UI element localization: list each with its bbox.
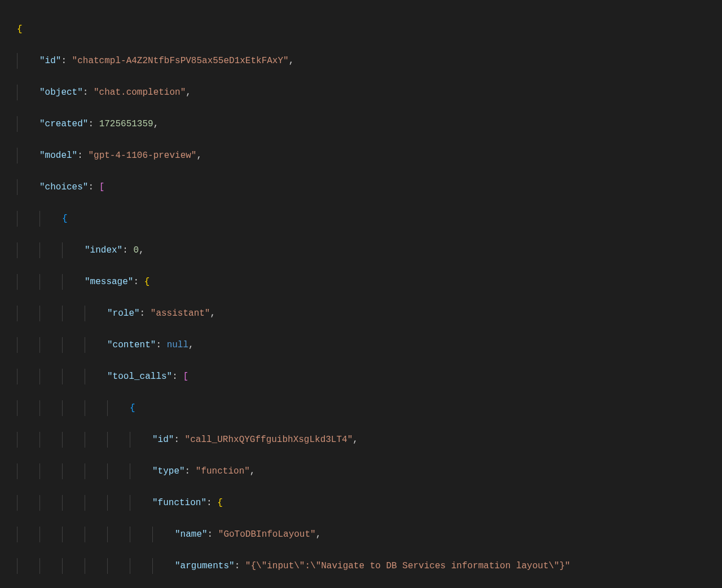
code-line: "type": "function", (17, 463, 705, 479)
json-key: "function" (152, 498, 206, 508)
code-line: "id": "call_URhxQYGffguibhXsgLkd3LT4", (17, 432, 705, 448)
json-key: "model" (39, 151, 77, 161)
json-number: 0 (133, 245, 139, 255)
json-string: "chatcmpl-A4Z2NtfbFsPV85ax55eD1xEtkFAxY" (72, 56, 289, 66)
code-line: "name": "GoToDBInfoLayout", (17, 527, 705, 542)
code-line: "content": null, (17, 337, 705, 353)
json-viewer: { "id": "chatcmpl-A4Z2NtfbFsPV85ax55eD1x… (0, 0, 722, 588)
json-key: "message" (85, 277, 133, 287)
json-string: "{\"input\":\"Navigate to DB Services in… (245, 561, 570, 571)
json-key: "id" (152, 435, 174, 445)
json-key: "created" (39, 119, 88, 129)
code-line: "model": "gpt-4-1106-preview", (17, 148, 705, 163)
json-key: "arguments" (175, 561, 235, 571)
json-null: null (167, 340, 188, 350)
json-string: "GoToDBInfoLayout" (218, 529, 316, 540)
code-line: { (17, 400, 705, 416)
json-string: "assistant" (151, 308, 210, 319)
code-line: "arguments": "{\"input\":\"Navigate to D… (17, 558, 705, 574)
json-key: "choices" (39, 182, 88, 192)
json-key: "content" (107, 340, 156, 350)
code-line: "id": "chatcmpl-A4Z2NtfbFsPV85ax55eD1xEt… (17, 53, 705, 69)
code-line: "choices": [ (17, 179, 705, 195)
json-key: "tool_calls" (107, 372, 172, 382)
json-string: "gpt-4-1106-preview" (88, 151, 196, 161)
json-string: "chat.completion" (94, 87, 186, 98)
code-line: "role": "assistant", (17, 306, 705, 321)
json-key: "id" (39, 56, 61, 66)
json-string: "function" (196, 466, 250, 476)
json-key: "object" (39, 87, 83, 98)
json-key: "index" (85, 245, 122, 255)
json-key: "type" (152, 466, 185, 476)
json-key: "name" (175, 529, 208, 540)
code-line: "function": { (17, 495, 705, 511)
code-line: "index": 0, (17, 242, 705, 258)
code-line: { (17, 211, 705, 227)
json-key: "role" (107, 308, 140, 319)
code-line: "message": { (17, 274, 705, 290)
json-string: "call_URhxQYGffguibhXsgLkd3LT4" (185, 435, 353, 445)
code-line: "object": "chat.completion", (17, 85, 705, 100)
code-line: { (17, 21, 705, 37)
code-line: "tool_calls": [ (17, 369, 705, 384)
json-number: 1725651359 (99, 119, 153, 129)
code-line: "created": 1725651359, (17, 116, 705, 132)
